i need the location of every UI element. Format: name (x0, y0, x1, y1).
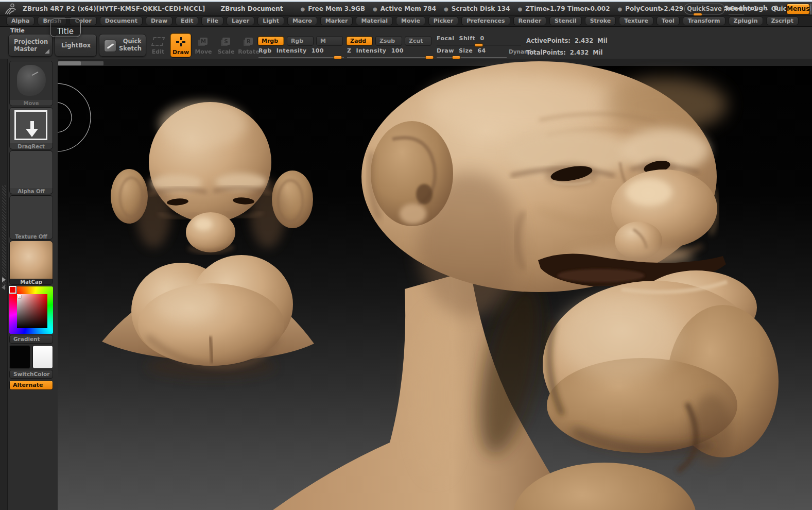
titlebar: ZBrush 4R7 P2 (x64)[HYTF-KMSF-QKKL-CEDI-… (0, 2, 812, 15)
mode-draw[interactable]: Draw (170, 33, 192, 58)
quick-sketch-button[interactable]: Quick Sketch (99, 34, 146, 57)
quicksave-button[interactable]: QuickSave (684, 4, 724, 14)
menu-item[interactable]: Tool (656, 16, 680, 25)
brush-preview-icon (17, 65, 46, 96)
paint-toggles: MrgbRgbM (257, 36, 343, 46)
saturation-value-square[interactable] (17, 294, 47, 328)
tray-close-arrow-icon[interactable] (2, 285, 5, 290)
see-through-slider-track[interactable] (729, 14, 744, 14)
mode-edit[interactable]: Edit (147, 33, 169, 58)
toggle-zsub[interactable]: Zsub (375, 36, 402, 46)
secondary-color-swatch[interactable] (32, 345, 54, 369)
active-points-readout: ActivePoints: 2.432 Mil (526, 37, 608, 44)
see-through-value: 0 (774, 5, 778, 12)
mode-rotate[interactable]: R Rotate (238, 33, 260, 58)
model-head-front[interactable] (102, 101, 314, 379)
top-shelf: Title Projection Master LightBox Quick S… (0, 27, 812, 59)
menu-item[interactable]: Preferences (461, 16, 510, 25)
alpha-selector[interactable]: Alpha Off (9, 150, 53, 194)
zbrush-logo-icon (4, 3, 18, 14)
slider-knob[interactable] (425, 56, 434, 59)
toggle-zcut[interactable]: Zcut (405, 36, 431, 46)
menu-item[interactable]: Layer (227, 16, 254, 25)
app-title: ZBrush 4R7 P2 (x64)[HYTF-KMSF-QKKL-CEDI-… (23, 5, 205, 12)
menus-button[interactable]: Menus (786, 4, 810, 14)
menubar: Alpha Brush Color Document Draw Edit Fil… (0, 15, 812, 27)
stroke-selector[interactable]: DragRect (9, 107, 53, 149)
stroke-label: DragRect (10, 143, 53, 149)
color-picker[interactable] (9, 286, 53, 334)
toggle-mrgb[interactable]: Mrgb (257, 36, 284, 46)
menu-item[interactable]: Transform (683, 16, 725, 25)
menu-item[interactable]: File (201, 16, 223, 25)
sculpt-toggles: ZaddZsubZcut (346, 36, 431, 46)
brush-label: Move (10, 100, 53, 106)
mode-icon: R (243, 36, 254, 47)
menu-item[interactable]: Marker (320, 16, 353, 25)
menu-item[interactable]: Texture (619, 16, 653, 25)
projection-master-button[interactable]: Projection Master (8, 34, 53, 57)
toggle-m[interactable]: M (316, 36, 343, 46)
stat-bullet-icon: ● (301, 6, 305, 12)
stat-bullet-icon: ● (444, 6, 448, 12)
stat-bullet-icon: ● (618, 6, 623, 12)
toggle-rgb[interactable]: Rgb (287, 36, 314, 46)
alternate-button[interactable]: Alternate (9, 380, 53, 390)
menu-item[interactable]: Movie (396, 16, 425, 25)
stat-bullet-icon: ● (518, 6, 523, 12)
menu-item[interactable]: Stencil (549, 16, 582, 25)
tooltip-text: Title (57, 27, 74, 36)
dragrect-icon (14, 110, 47, 140)
menu-item[interactable]: Zscript (766, 16, 799, 25)
slider-knob[interactable] (475, 43, 483, 47)
menu-item[interactable]: Alpha (6, 16, 34, 25)
see-through-slider[interactable]: See-through0 (724, 5, 778, 12)
pencil-pad-icon (104, 40, 116, 52)
tray-drag-handle[interactable] (2, 185, 6, 288)
rgb-intensity-slider[interactable]: Rgb Intensity 100 (258, 47, 344, 59)
material-label: MatCap LBrownCla (10, 279, 53, 285)
menu-item[interactable]: Zplugin (729, 16, 763, 25)
status-stat: ●Scratch Disk 134 (444, 5, 510, 12)
brush-selector[interactable]: Move (9, 61, 53, 106)
mode-scale[interactable]: S Scale (215, 33, 237, 58)
menu-item[interactable]: Render (513, 16, 547, 25)
z-intensity-slider[interactable]: Z Intensity 100 (347, 47, 434, 59)
menu-item[interactable]: Edit (176, 16, 198, 25)
menu-item[interactable]: Macro (287, 16, 317, 25)
material-selector[interactable]: MatCap LBrownCla (9, 241, 53, 285)
draw-size-slider[interactable]: Draw Size 64 (437, 47, 507, 59)
texture-selector[interactable]: Texture Off (9, 195, 53, 240)
model-head-closeup[interactable] (273, 61, 779, 510)
color-cursor[interactable] (18, 295, 21, 298)
gradient-button[interactable]: Gradient (9, 335, 53, 344)
mode-icon: S (220, 36, 232, 47)
total-points-readout: TotalPoints: 2.432 Mil (526, 49, 603, 56)
slider-knob[interactable] (452, 56, 461, 59)
matcap-sphere-icon (10, 241, 53, 279)
sculpt-model[interactable] (58, 59, 812, 510)
menu-item[interactable]: Stroke (585, 16, 616, 25)
stat-bullet-icon: ● (373, 6, 377, 12)
menu-item[interactable]: Light (257, 16, 284, 25)
lightbox-button[interactable]: LightBox (55, 34, 97, 57)
left-palette: Move DragRect Alpha Off Texture Off MatC… (9, 59, 53, 390)
menu-item[interactable]: Draw (146, 16, 172, 25)
mode-move[interactable]: M Move (193, 33, 214, 58)
mode-icon (175, 36, 186, 47)
menu-item[interactable]: Material (356, 16, 392, 25)
slider-knob[interactable] (334, 56, 342, 59)
document-canvas[interactable] (58, 59, 812, 510)
menu-item[interactable]: Picker (428, 16, 458, 25)
main-color-swatch[interactable] (9, 345, 30, 369)
focal-shift-slider[interactable]: Focal Shift 0 (437, 35, 521, 47)
zbrush-window: ZBrush 4R7 P2 (x64)[HYTF-KMSF-QKKL-CEDI-… (0, 0, 812, 510)
shelf-panel-title: Title (10, 27, 25, 34)
switchcolor-button[interactable]: SwitchColor (9, 370, 53, 379)
status-stat: ●ZTime▸1.79 Timer▸0.002 (518, 5, 610, 12)
tray-open-arrow-icon[interactable] (2, 277, 6, 282)
status-stat: ●Active Mem 784 (373, 5, 436, 12)
toggle-zadd[interactable]: Zadd (346, 36, 373, 46)
menu-item[interactable]: Document (100, 16, 143, 25)
tray-divider[interactable] (0, 59, 8, 510)
